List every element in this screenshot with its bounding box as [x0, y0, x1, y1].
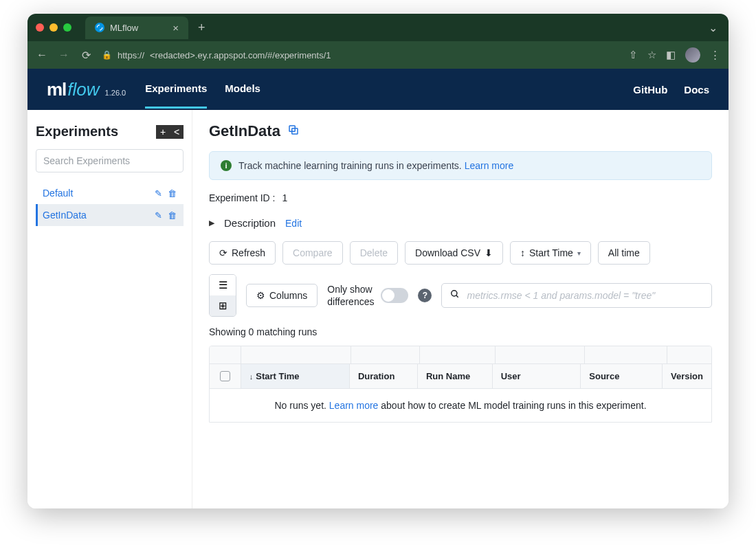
diff-label-1: Only show: [327, 283, 374, 295]
search-experiments-input[interactable]: [36, 149, 184, 172]
sort-button[interactable]: ↕ Start Time ▾: [510, 241, 591, 265]
experiment-main: GetInData i Track machine learning train…: [192, 110, 729, 508]
experiment-label: GetInData: [43, 210, 87, 221]
page-title: GetInData: [209, 122, 280, 140]
sort-icon: ↕: [520, 247, 525, 258]
chevron-down-icon: ▾: [577, 249, 581, 257]
sidebar-title: Experiments: [36, 124, 151, 139]
grid-view-button[interactable]: ⊞: [210, 295, 236, 316]
time-filter-button[interactable]: All time: [598, 241, 650, 265]
browser-tab[interactable]: MLflow ×: [85, 16, 188, 39]
help-icon[interactable]: ?: [418, 289, 432, 302]
edit-icon[interactable]: ✎: [155, 210, 162, 221]
only-differences-toggle[interactable]: [381, 288, 408, 303]
svg-point-2: [452, 291, 457, 296]
panel-icon[interactable]: ◧: [666, 49, 676, 61]
view-toolbar: ☰ ⊞ ⚙ Columns Only show differences ?: [209, 274, 712, 317]
delete-button[interactable]: Delete: [350, 241, 398, 265]
nav-reload-button[interactable]: ⟳: [80, 49, 92, 62]
description-row: ▶ Description Edit: [209, 217, 712, 229]
experiment-item-default[interactable]: Default ✎ 🗑: [36, 182, 184, 204]
tab-favicon-icon: [95, 23, 104, 32]
window-controls: [36, 23, 71, 32]
experiment-label: Default: [43, 188, 73, 199]
empty-learn-more-link[interactable]: Learn more: [329, 400, 379, 411]
nav-docs[interactable]: Docs: [684, 71, 709, 108]
copy-icon[interactable]: [287, 124, 300, 139]
window-maximize-button[interactable]: [63, 23, 71, 32]
grid-icon: ⊞: [219, 300, 227, 312]
diff-label-2: differences: [327, 295, 374, 308]
table-header-row: ↓ Start Time Duration Run Name User Sour…: [210, 364, 711, 389]
svg-line-3: [456, 295, 458, 298]
download-icon: ⬇: [485, 247, 493, 258]
actions-toolbar: ⟳ Refresh Compare Delete Download CSV ⬇ …: [209, 241, 712, 265]
experiment-item-getindata[interactable]: GetInData ✎ 🗑: [36, 204, 184, 226]
main-nav: Experiments Models: [145, 70, 260, 109]
sort-desc-icon: ↓: [249, 372, 254, 381]
info-icon: i: [221, 160, 232, 171]
collapse-sidebar-button[interactable]: <: [170, 125, 184, 139]
runs-search-box[interactable]: [441, 283, 712, 308]
create-experiment-button[interactable]: +: [156, 125, 170, 139]
list-icon: ☰: [219, 279, 227, 291]
empty-state: No runs yet. Learn more about how to cre…: [210, 389, 711, 422]
compare-button[interactable]: Compare: [282, 241, 343, 265]
window-close-button[interactable]: [36, 23, 44, 32]
lock-icon: 🔒: [102, 50, 112, 60]
nav-forward-button[interactable]: →: [58, 49, 70, 61]
column-duration[interactable]: Duration: [350, 364, 418, 388]
select-all-checkbox[interactable]: [210, 364, 241, 388]
nav-models[interactable]: Models: [225, 70, 260, 109]
refresh-button[interactable]: ⟳ Refresh: [209, 241, 276, 265]
chevron-right-icon[interactable]: ▶: [209, 219, 214, 227]
profile-avatar[interactable]: [685, 47, 700, 63]
browser-address-bar: ← → ⟳ 🔒 https://<redacted>.ey.r.appspot.…: [27, 41, 729, 69]
description-label: Description: [224, 217, 276, 229]
view-toggle: ☰ ⊞: [209, 274, 236, 317]
share-icon[interactable]: ⇧: [629, 49, 638, 61]
showing-text: Showing 0 matching runs: [209, 326, 712, 337]
info-banner: i Track machine learning training runs i…: [209, 151, 712, 180]
tab-close-icon[interactable]: ×: [173, 22, 179, 34]
bookmark-icon[interactable]: ☆: [647, 49, 656, 61]
column-source[interactable]: Source: [581, 364, 663, 388]
experiments-sidebar: Experiments + < Default ✎ 🗑 GetInData ✎ …: [27, 110, 192, 508]
edit-icon[interactable]: ✎: [155, 188, 162, 199]
description-edit-link[interactable]: Edit: [285, 218, 302, 229]
tab-title: MLflow: [110, 23, 138, 33]
window-minimize-button[interactable]: [49, 23, 58, 32]
column-user[interactable]: User: [493, 364, 581, 388]
search-icon: [450, 289, 460, 302]
experiment-id-label: Experiment ID :: [209, 192, 275, 203]
nav-github[interactable]: GitHub: [633, 71, 667, 108]
experiment-id-row: Experiment ID : 1: [209, 192, 712, 203]
nav-back-button[interactable]: ←: [36, 49, 48, 61]
delete-icon[interactable]: 🗑: [168, 188, 177, 199]
column-run-name[interactable]: Run Name: [418, 364, 493, 388]
experiment-id-value: 1: [282, 192, 287, 203]
column-start-time[interactable]: ↓ Start Time: [241, 364, 350, 388]
gear-icon: ⚙: [256, 290, 265, 301]
delete-icon[interactable]: 🗑: [168, 210, 177, 221]
banner-text: Track machine learning training runs in …: [238, 160, 465, 171]
list-view-button[interactable]: ☰: [210, 275, 236, 295]
banner-learn-more-link[interactable]: Learn more: [465, 160, 514, 171]
column-version[interactable]: Version: [663, 364, 711, 388]
browser-tab-bar: MLflow × + ⌄: [27, 14, 729, 41]
runs-search-input[interactable]: [467, 290, 703, 301]
only-differences-control: Only show differences: [327, 283, 408, 308]
url-field[interactable]: 🔒 https://<redacted>.ey.r.appspot.com/#/…: [102, 50, 619, 60]
url-text: <redacted>.ey.r.appspot.com/#/experiment…: [150, 50, 331, 60]
nav-experiments[interactable]: Experiments: [145, 70, 207, 109]
app-header: mlflow 1.26.0 Experiments Models GitHub …: [27, 69, 729, 110]
refresh-icon: ⟳: [219, 247, 227, 258]
tab-list-chevron-icon[interactable]: ⌄: [706, 21, 720, 34]
download-csv-button[interactable]: Download CSV ⬇: [405, 241, 503, 265]
new-tab-button[interactable]: +: [194, 21, 210, 35]
url-prefix: https://: [118, 50, 144, 60]
columns-button[interactable]: ⚙ Columns: [246, 284, 318, 307]
version-label: 1.26.0: [105, 89, 126, 97]
kebab-menu-icon[interactable]: ⋮: [710, 49, 720, 61]
runs-table: ↓ Start Time Duration Run Name User Sour…: [209, 346, 712, 423]
